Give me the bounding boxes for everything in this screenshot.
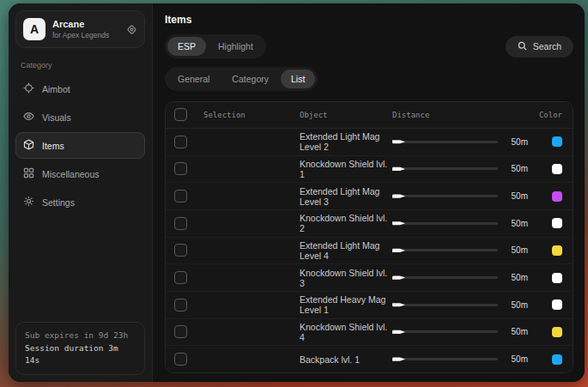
row-checkbox[interactable] — [174, 136, 187, 148]
sidebar-item-aimbot[interactable]: Aimbot — [15, 76, 145, 102]
view-tabs: General Category List — [165, 67, 318, 91]
row-checkbox[interactable] — [174, 162, 187, 175]
sub-expiry-text: Sub expires in 9d 23h — [25, 330, 136, 342]
search-icon — [518, 41, 527, 52]
app-logo: A — [23, 18, 45, 40]
page-title: Items — [165, 14, 573, 26]
column-header-color: Color — [528, 111, 562, 119]
object-name: Knockdown Shield lvl. 4 — [300, 322, 392, 342]
table-row: Extended Heavy Mag Level 1 50m — [166, 292, 573, 319]
table-header: Selection Object Distance Color — [166, 102, 573, 129]
row-checkbox[interactable] — [174, 271, 187, 284]
distance-slider[interactable] — [392, 300, 498, 309]
object-name: Extended Heavy Mag Level 1 — [300, 294, 392, 315]
select-all-checkbox[interactable] — [174, 108, 187, 121]
column-header-object: Object — [300, 111, 392, 119]
session-info-card: Sub expires in 9d 23h Session duration 3… — [15, 322, 145, 375]
distance-value: 50m — [506, 354, 528, 364]
distance-slider[interactable] — [392, 274, 498, 282]
color-swatch[interactable] — [552, 299, 562, 310]
distance-value: 50m — [506, 137, 528, 147]
distance-value: 50m — [506, 245, 528, 255]
sidebar-item-label: Miscellaneous — [42, 169, 100, 179]
distance-slider[interactable] — [392, 137, 498, 146]
row-checkbox[interactable] — [174, 353, 187, 366]
color-swatch[interactable] — [552, 273, 562, 283]
color-swatch[interactable] — [552, 191, 562, 202]
object-name: Backpack lvl. 1 — [300, 354, 392, 365]
object-name: Extended Light Mag Level 3 — [300, 186, 392, 207]
object-name: Extended Light Mag Level 4 — [300, 240, 392, 261]
distance-value: 50m — [506, 219, 528, 228]
distance-value: 50m — [506, 300, 528, 310]
sidebar-item-label: Aimbot — [42, 84, 70, 94]
app-name: Arcane — [52, 19, 109, 31]
row-checkbox[interactable] — [174, 299, 187, 311]
sidebar: A Arcane for Apex Legends Category Aimbo… — [9, 3, 153, 382]
eye-icon — [23, 111, 34, 124]
color-swatch[interactable] — [552, 354, 562, 365]
column-header-distance: Distance — [392, 111, 528, 119]
color-swatch[interactable] — [552, 164, 562, 174]
gear-icon — [23, 196, 34, 209]
main-panel: Items ESP Highlight Search General Categ… — [153, 3, 585, 382]
tab-highlight[interactable]: Highlight — [208, 37, 264, 56]
distance-value: 50m — [506, 191, 528, 201]
distance-value: 50m — [506, 273, 528, 282]
session-duration-text: Session duration 3m 14s — [25, 342, 136, 367]
distance-slider[interactable] — [392, 192, 498, 201]
distance-slider[interactable] — [392, 328, 498, 336]
sidebar-item-label: Visuals — [42, 112, 71, 123]
row-checkbox[interactable] — [174, 190, 187, 203]
row-checkbox[interactable] — [174, 244, 187, 257]
table-row: Knockdown Shield lvl. 4 50m — [166, 319, 573, 347]
color-swatch[interactable] — [552, 245, 562, 256]
distance-slider[interactable] — [392, 355, 498, 364]
color-swatch[interactable] — [552, 218, 562, 228]
crosshair-icon — [23, 82, 34, 95]
sidebar-item-label: Items — [42, 141, 64, 151]
app-subtitle: for Apex Legends — [52, 31, 109, 39]
app-title-block: Arcane for Apex Legends — [52, 19, 109, 39]
color-swatch[interactable] — [552, 136, 562, 147]
category-section-label: Category — [21, 61, 140, 70]
search-button[interactable]: Search — [506, 36, 573, 57]
sidebar-item-items[interactable]: Items — [15, 132, 145, 159]
table-row: Extended Light Mag Level 3 50m — [166, 183, 573, 210]
object-name: Extended Light Mag Level 2 — [300, 131, 392, 152]
search-button-label: Search — [533, 41, 561, 51]
app-header-card: A Arcane for Apex Legends — [15, 10, 145, 48]
sidebar-item-label: Settings — [42, 197, 75, 208]
grid-icon — [23, 167, 34, 180]
distance-slider[interactable] — [392, 246, 498, 255]
color-swatch[interactable] — [552, 327, 562, 337]
column-header-selection: Selection — [203, 111, 300, 119]
table-row: Knockdown Shield lvl. 1 50m — [166, 156, 573, 184]
table-row: Knockdown Shield lvl. 3 50m — [166, 264, 573, 292]
sidebar-item-settings[interactable]: Settings — [15, 189, 145, 215]
table-row: Extended Light Mag Level 4 50m — [166, 238, 573, 265]
table-row: Backpack lvl. 1 50m — [166, 346, 573, 372]
sidebar-item-miscellaneous[interactable]: Miscellaneous — [15, 160, 145, 187]
distance-slider[interactable] — [392, 219, 498, 227]
distance-value: 50m — [506, 327, 528, 336]
object-name: Knockdown Shield lvl. 1 — [300, 159, 392, 179]
items-table: Selection Object Distance Color Extended… — [165, 101, 573, 373]
row-checkbox[interactable] — [174, 325, 187, 338]
sidebar-item-visuals[interactable]: Visuals — [15, 104, 145, 130]
distance-value: 50m — [506, 164, 528, 173]
object-name: Knockdown Shield lvl. 2 — [300, 213, 392, 233]
tab-list[interactable]: List — [281, 70, 315, 88]
app-window: A Arcane for Apex Legends Category Aimbo… — [9, 3, 585, 382]
distance-slider[interactable] — [392, 165, 498, 173]
tab-general[interactable]: General — [167, 70, 220, 88]
table-row: Extended Light Mag Level 2 50m — [166, 129, 573, 156]
tab-esp[interactable]: ESP — [167, 37, 206, 56]
object-name: Knockdown Shield lvl. 3 — [300, 268, 392, 288]
mode-tabs: ESP Highlight — [165, 34, 266, 58]
diamond-target-icon[interactable] — [126, 24, 137, 35]
package-icon — [23, 139, 34, 152]
tab-category[interactable]: Category — [221, 70, 279, 88]
table-row: Knockdown Shield lvl. 2 50m — [166, 210, 573, 238]
row-checkbox[interactable] — [174, 217, 187, 230]
